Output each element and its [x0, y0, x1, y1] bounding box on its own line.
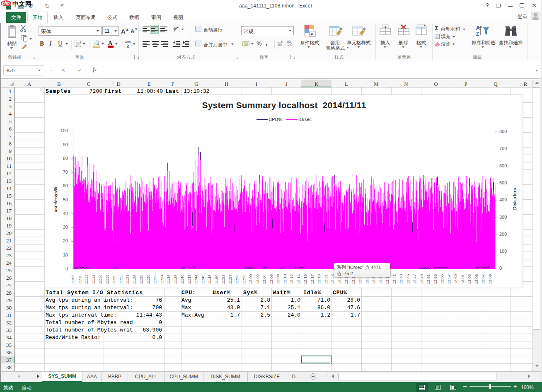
svg-text:11:18: 11:18 [105, 274, 109, 284]
svg-text:12:51: 12:51 [426, 274, 431, 284]
svg-text:11:58: 11:58 [242, 274, 246, 284]
svg-text:11:46: 11:46 [201, 274, 205, 284]
svg-text:12:59: 12:59 [453, 274, 458, 284]
svg-text:12:12: 12:12 [289, 274, 294, 284]
svg-text:11:36: 11:36 [166, 274, 171, 284]
svg-text:12:57: 12:57 [447, 274, 451, 284]
svg-text:11:30: 11:30 [146, 274, 150, 284]
svg-text:ab: ab [173, 26, 178, 31]
svg-text:12:45: 12:45 [406, 274, 410, 284]
svg-text:11:38: 11:38 [173, 274, 178, 284]
svg-text:11:22: 11:22 [119, 274, 123, 284]
svg-text:12:49: 12:49 [419, 274, 424, 284]
svg-text:11:16: 11:16 [98, 274, 102, 284]
svg-text:11:10: 11:10 [77, 274, 82, 284]
svg-text:11:14: 11:14 [91, 274, 96, 284]
svg-text:11:40: 11:40 [180, 274, 184, 284]
svg-text:12:55: 12:55 [440, 274, 444, 284]
svg-text:12:10: 12:10 [283, 274, 287, 284]
svg-text:13:09: 13:09 [488, 274, 492, 284]
svg-text:11:12: 11:12 [84, 274, 89, 284]
svg-text:12:00: 12:00 [248, 274, 253, 284]
svg-text:12:08: 12:08 [276, 274, 280, 284]
svg-text:11:32: 11:32 [152, 274, 157, 284]
svg-text:11:50: 11:50 [214, 274, 219, 284]
svg-text:12:53: 12:53 [433, 274, 438, 284]
svg-text:12:15: 12:15 [303, 274, 307, 284]
svg-text:≠: ≠ [310, 31, 313, 36]
svg-text:12:47: 12:47 [412, 274, 417, 284]
svg-text:12:04: 12:04 [262, 274, 266, 284]
svg-text:11:20: 11:20 [111, 274, 116, 284]
svg-text:11:54: 11:54 [228, 274, 232, 284]
svg-text:11:42: 11:42 [187, 274, 191, 284]
svg-text:Z: Z [476, 31, 479, 37]
svg-text:12:19: 12:19 [317, 274, 321, 284]
svg-text:11:44: 11:44 [194, 274, 198, 284]
svg-text:12:02: 12:02 [255, 274, 260, 284]
svg-text:11:34: 11:34 [160, 274, 164, 284]
svg-text:13:05: 13:05 [474, 274, 479, 284]
svg-text:11:52: 11:52 [221, 274, 225, 284]
svg-text:12:14: 12:14 [296, 274, 301, 284]
svg-text:12:41: 12:41 [392, 274, 397, 284]
svg-text:11:24: 11:24 [125, 274, 130, 284]
svg-text:12:21: 12:21 [324, 274, 328, 284]
svg-text:13:03: 13:03 [467, 274, 472, 284]
svg-text:11:08: 11:08 [70, 274, 75, 284]
svg-text:13:01: 13:01 [460, 274, 465, 284]
svg-text:12:17: 12:17 [310, 274, 315, 284]
svg-text:11:26: 11:26 [132, 274, 137, 284]
svg-text:11:56: 11:56 [235, 274, 239, 284]
svg-text:12:06: 12:06 [269, 274, 273, 284]
svg-text:$: $ [245, 42, 247, 46]
svg-text:13:07: 13:07 [481, 274, 485, 284]
svg-text:12:43: 12:43 [399, 274, 403, 284]
svg-text:11:28: 11:28 [139, 274, 143, 284]
svg-text:A: A [476, 25, 480, 31]
svg-text:11:48: 11:48 [207, 274, 212, 284]
